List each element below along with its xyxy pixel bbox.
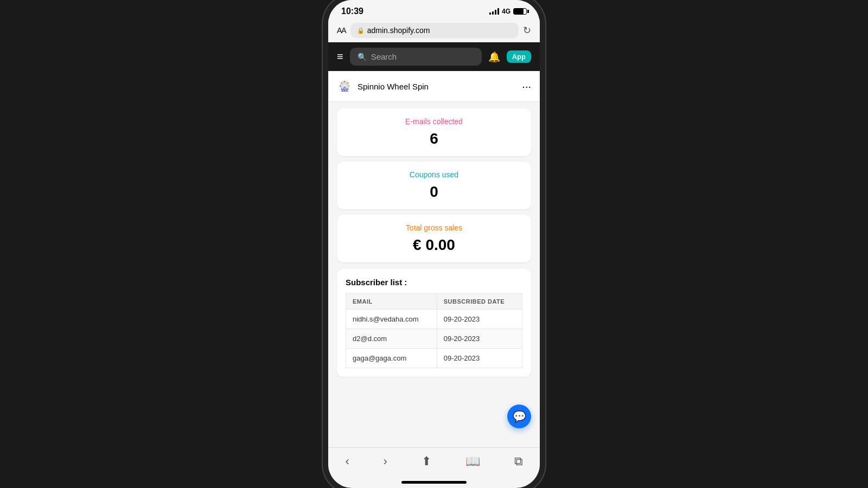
browser-aa-label[interactable]: AA: [337, 26, 346, 35]
bell-icon[interactable]: 🔔: [488, 51, 500, 63]
chat-icon: 💬: [513, 410, 526, 423]
back-icon: ‹: [345, 454, 349, 468]
subscriber-list-title: Subscriber list :: [346, 278, 522, 287]
tabs-icon: ⧉: [514, 454, 523, 468]
status-time: 10:39: [341, 7, 363, 16]
subscriber-email: gaga@gaga.com: [346, 349, 437, 368]
status-icons: 4G: [489, 8, 527, 15]
bookmarks-button[interactable]: 📖: [465, 454, 480, 468]
coupons-used-card: Coupons used 0: [337, 162, 531, 209]
lock-icon: 🔒: [357, 27, 365, 34]
bottom-nav: ‹ › ⬆ 📖 ⧉: [328, 447, 540, 473]
subscriber-email: nidhi.s@vedaha.com: [346, 310, 437, 329]
email-column-header: EMAIL: [346, 294, 437, 310]
chat-fab-button[interactable]: 💬: [507, 404, 531, 428]
subscriber-table: EMAIL SUBSCRIBED DATE nidhi.s@vedaha.com…: [346, 293, 522, 368]
forward-button[interactable]: ›: [384, 454, 387, 468]
emails-label: E-mails collected: [346, 117, 522, 126]
status-bar: 10:39 4G: [328, 0, 540, 20]
table-row: nidhi.s@vedaha.com 09-20-2023: [346, 310, 522, 329]
forward-icon: ›: [384, 454, 387, 468]
stats-container: E-mails collected 6 Coupons used 0 Total…: [328, 102, 540, 269]
emails-value: 6: [346, 130, 522, 147]
browser-url-bar[interactable]: 🔒 admin.shopify.com: [350, 23, 519, 38]
back-button[interactable]: ‹: [345, 454, 349, 468]
bookmarks-icon: 📖: [465, 454, 480, 468]
share-icon: ⬆: [422, 454, 431, 468]
subscriber-email: d2@d.com: [346, 329, 437, 349]
tabs-button[interactable]: ⧉: [514, 454, 523, 468]
emails-collected-card: E-mails collected 6: [337, 108, 531, 156]
refresh-button[interactable]: ↻: [523, 24, 531, 36]
table-row: d2@d.com 09-20-2023: [346, 329, 522, 349]
battery-icon: [513, 8, 527, 15]
subscriber-date: 09-20-2023: [437, 329, 522, 349]
main-content: 🎡 Spinnio Wheel Spin ··· E-mails collect…: [328, 71, 540, 423]
signal-bars-icon: [489, 8, 499, 15]
home-indicator: [401, 481, 467, 484]
table-row: gaga@gaga.com 09-20-2023: [346, 349, 522, 368]
coupons-label: Coupons used: [346, 170, 522, 179]
sales-label: Total gross sales: [346, 223, 522, 232]
coupons-value: 0: [346, 183, 522, 201]
search-bar[interactable]: 🔍 Search: [350, 48, 482, 66]
share-button[interactable]: ⬆: [422, 454, 431, 468]
subscriber-section: Subscriber list : EMAIL SUBSCRIBED DATE …: [337, 269, 531, 377]
app-header-left: 🎡 Spinnio Wheel Spin: [337, 79, 429, 94]
app-logo-icon: 🎡: [337, 79, 352, 94]
browser-bar: AA 🔒 admin.shopify.com ↻: [328, 20, 540, 42]
shopify-nav: ≡ 🔍 Search 🔔 App: [328, 42, 540, 71]
search-placeholder-text: Search: [371, 52, 397, 61]
date-column-header: SUBSCRIBED DATE: [437, 294, 522, 310]
sales-value: € 0.00: [346, 236, 522, 254]
app-title: Spinnio Wheel Spin: [358, 82, 429, 91]
search-icon: 🔍: [358, 53, 367, 61]
gross-sales-card: Total gross sales € 0.00: [337, 215, 531, 262]
subscriber-date: 09-20-2023: [437, 310, 522, 329]
app-header: 🎡 Spinnio Wheel Spin ···: [328, 71, 540, 102]
browser-url-text: admin.shopify.com: [367, 26, 430, 35]
more-options-button[interactable]: ···: [522, 80, 531, 93]
hamburger-icon[interactable]: ≡: [337, 50, 343, 63]
network-type-label: 4G: [502, 8, 510, 15]
subscriber-date: 09-20-2023: [437, 349, 522, 368]
app-badge[interactable]: App: [507, 50, 531, 63]
